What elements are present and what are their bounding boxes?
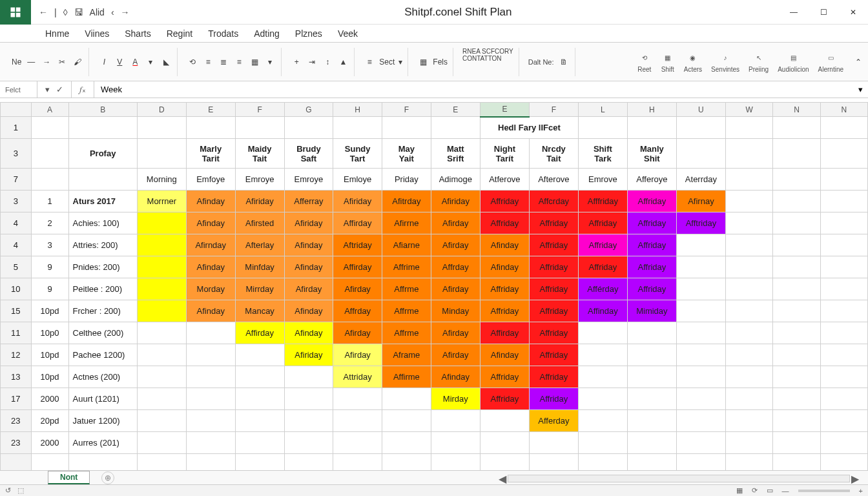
cell[interactable] <box>773 191 820 212</box>
shift-cell[interactable] <box>186 366 235 388</box>
shift-cell[interactable]: Afirday <box>431 278 480 300</box>
dash-icon[interactable]: — <box>25 56 37 68</box>
cell[interactable] <box>137 234 186 256</box>
shift-cell[interactable]: Affinday <box>578 300 627 322</box>
shift-cell[interactable]: Morday <box>186 278 235 300</box>
cell[interactable]: Peitlee : 200) <box>68 278 137 300</box>
sect-label[interactable]: Sect <box>379 57 395 67</box>
cell[interactable]: Jatuer 1200) <box>68 410 137 432</box>
dropdown-icon[interactable]: ▾ <box>398 57 402 67</box>
cell[interactable] <box>820 366 867 388</box>
cell[interactable]: Achies: 100) <box>68 212 137 234</box>
cell[interactable] <box>820 344 867 366</box>
shift-cell[interactable] <box>676 432 725 454</box>
shift-cell[interactable]: Affrime <box>382 256 431 278</box>
shift-cell[interactable] <box>627 388 676 410</box>
column-header[interactable]: E <box>431 103 480 117</box>
row-header[interactable]: 7 <box>1 169 32 191</box>
close-button[interactable]: ✕ <box>838 0 868 25</box>
shift-cell[interactable]: Affriday <box>529 278 578 300</box>
shift-cell[interactable] <box>627 432 676 454</box>
ribbon-tool[interactable]: ♪Senvintes <box>711 50 739 73</box>
shift-cell[interactable]: Affriday <box>627 212 676 234</box>
ribbon-tab[interactable]: Adting <box>254 28 280 39</box>
cell[interactable] <box>773 212 820 234</box>
fill-icon[interactable]: ◣ <box>160 56 172 68</box>
column-header[interactable]: D <box>137 103 186 117</box>
row-header[interactable]: 4 <box>1 234 32 256</box>
shift-cell[interactable] <box>676 234 725 256</box>
cell[interactable]: Pachee 1200) <box>68 344 137 366</box>
cell[interactable] <box>820 300 867 322</box>
shift-cell[interactable]: Afinday <box>284 234 333 256</box>
column-header[interactable]: W <box>725 103 772 117</box>
brush-icon[interactable]: 🖌 <box>72 56 83 68</box>
spreadsheet-grid[interactable]: ABDEFGHFEEFLHUWNN1Hedl Fary lIFcet3Profa… <box>0 102 868 470</box>
shift-cell[interactable] <box>676 300 725 322</box>
shift-cell[interactable] <box>382 432 431 454</box>
shift-cell[interactable]: Affriday <box>529 388 578 410</box>
shift-cell[interactable] <box>627 322 676 344</box>
sheet-tab[interactable]: Nont <box>48 471 90 484</box>
shift-cell[interactable]: Affriday <box>529 234 578 256</box>
cut-icon[interactable]: ✂ <box>56 56 68 68</box>
cell[interactable] <box>725 278 772 300</box>
cell[interactable] <box>773 322 820 344</box>
shift-cell[interactable] <box>578 344 627 366</box>
column-header[interactable]: F <box>529 103 578 117</box>
shift-cell[interactable]: Afinday <box>284 300 333 322</box>
shift-cell[interactable]: Affirme <box>382 366 431 388</box>
cell[interactable]: 2 <box>31 212 68 234</box>
shift-cell[interactable]: Afirday <box>431 322 480 344</box>
save-icon[interactable]: 🖫 <box>74 7 83 17</box>
cell[interactable]: Actnes (200) <box>68 366 137 388</box>
shift-cell[interactable] <box>333 432 382 454</box>
shift-cell[interactable]: Affriday <box>480 300 529 322</box>
row-header[interactable]: 23 <box>1 432 32 454</box>
cell[interactable]: Pnides: 200) <box>68 256 137 278</box>
sort-icon[interactable]: ↕ <box>322 56 333 68</box>
shift-cell[interactable]: Afirday <box>431 212 480 234</box>
column-header[interactable]: F <box>235 103 284 117</box>
cell[interactable] <box>773 344 820 366</box>
shift-cell[interactable]: Afiriday <box>333 191 382 212</box>
cell[interactable]: Aturs 2017 <box>68 191 137 212</box>
shift-cell[interactable]: Afirday <box>333 322 382 344</box>
align-left-icon[interactable]: ≡ <box>202 56 214 68</box>
shift-cell[interactable] <box>676 256 725 278</box>
shift-cell[interactable]: Afinday <box>186 300 235 322</box>
font-color-icon[interactable]: A <box>129 56 141 68</box>
shift-cell[interactable] <box>235 366 284 388</box>
cell[interactable]: 2000 <box>31 432 68 454</box>
row-header[interactable]: 15 <box>1 300 32 322</box>
shift-cell[interactable] <box>676 410 725 432</box>
shift-cell[interactable]: Affriday <box>627 278 676 300</box>
shift-cell[interactable]: Afinday <box>186 191 235 212</box>
cell[interactable] <box>137 388 186 410</box>
view-layout-icon[interactable]: ⟳ <box>752 486 758 495</box>
filter-icon[interactable]: ▲ <box>337 56 349 68</box>
shift-cell[interactable] <box>235 432 284 454</box>
shift-cell[interactable]: Afterlay <box>235 234 284 256</box>
row-header[interactable]: 11 <box>1 322 32 344</box>
shift-cell[interactable]: Afirday <box>284 278 333 300</box>
cell[interactable]: Attries: 200) <box>68 234 137 256</box>
shift-cell[interactable]: Afirrne <box>382 212 431 234</box>
shift-cell[interactable] <box>529 432 578 454</box>
cell[interactable] <box>137 410 186 432</box>
shift-cell[interactable] <box>333 410 382 432</box>
shift-cell[interactable]: Affriday <box>627 234 676 256</box>
shift-cell[interactable]: Affriday <box>578 234 627 256</box>
shift-cell[interactable]: Affriday <box>480 366 529 388</box>
shift-cell[interactable] <box>676 388 725 410</box>
shift-cell[interactable] <box>235 410 284 432</box>
row-header[interactable]: 10 <box>1 278 32 300</box>
plus-icon[interactable]: + <box>291 56 302 68</box>
fels-label[interactable]: Fels <box>433 57 448 67</box>
ribbon-tab[interactable]: Viines <box>85 28 109 39</box>
cell[interactable]: 20pd <box>31 410 68 432</box>
shift-cell[interactable]: Affriday <box>529 366 578 388</box>
shift-cell[interactable]: Attriday <box>333 366 382 388</box>
row-header[interactable]: 4 <box>1 212 32 234</box>
shift-cell[interactable]: Afiarne <box>382 234 431 256</box>
